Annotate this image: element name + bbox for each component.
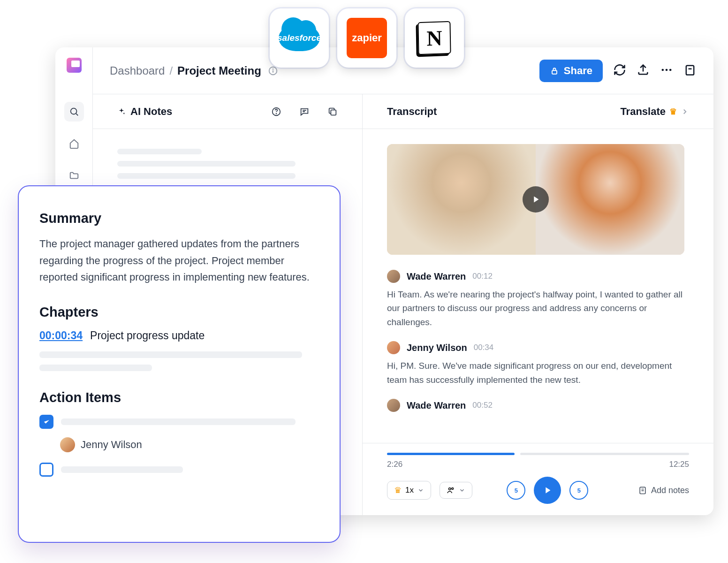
chevron-right-icon <box>681 107 689 116</box>
translate-label: Translate <box>620 106 666 118</box>
refresh-icon[interactable] <box>613 63 626 78</box>
chapter-title: Project progress update <box>90 329 205 342</box>
home-icon[interactable] <box>64 134 84 153</box>
copy-icon[interactable] <box>327 107 338 117</box>
svg-point-6 <box>662 68 664 71</box>
transcript-text: Hi, PM. Sure. We've made significant pro… <box>387 359 689 387</box>
chapter-timestamp[interactable]: 00:00:34 <box>39 329 83 342</box>
ai-notes-header: AI Notes <box>93 94 362 129</box>
ai-notes-label: AI Notes <box>130 106 172 118</box>
crown-icon: ♛ <box>394 485 402 495</box>
action-item <box>39 415 319 429</box>
svg-rect-9 <box>686 65 694 75</box>
speaker-name: Wade Warren <box>407 400 466 411</box>
svg-point-11 <box>276 113 277 114</box>
checkbox-unchecked[interactable] <box>39 463 53 477</box>
progress-bar[interactable] <box>387 453 689 455</box>
svg-point-7 <box>666 68 668 71</box>
svg-point-13 <box>448 488 451 490</box>
share-label: Share <box>564 65 592 77</box>
integration-logos: salesforce zapier N <box>270 8 464 68</box>
avatar <box>387 341 400 354</box>
skeleton-line <box>39 365 152 371</box>
sparkle-icon <box>117 107 126 116</box>
video-thumbnail[interactable] <box>387 144 684 255</box>
breadcrumb-separator: / <box>169 64 173 77</box>
action-items-heading: Action Items <box>39 390 319 405</box>
svg-rect-5 <box>552 70 557 74</box>
breadcrumb: Dashboard / Project Meeting <box>110 64 278 77</box>
transcript-entry: Wade Warren 00:12 Hi Team. As we're near… <box>387 270 689 329</box>
salesforce-text: salesforce <box>277 33 321 43</box>
add-notes-label: Add notes <box>651 486 689 495</box>
speaker-filter-button[interactable] <box>440 482 472 499</box>
timestamp[interactable]: 00:34 <box>474 343 494 352</box>
player-bar: 2:26 12:25 ♛ 1x 5 5 <box>363 443 713 515</box>
timestamp[interactable]: 00:12 <box>472 272 493 281</box>
svg-point-14 <box>452 487 454 489</box>
avatar <box>387 270 400 283</box>
time-total: 12:25 <box>669 460 689 469</box>
ai-notes-title: AI Notes <box>117 106 172 118</box>
transcript-entry: Wade Warren 00:52 <box>387 399 689 412</box>
translate-button[interactable]: Translate ♛ <box>620 106 689 118</box>
search-icon[interactable] <box>64 102 84 122</box>
assignee-name: Jenny Wilson <box>81 439 142 451</box>
bookmark-icon[interactable] <box>683 63 697 78</box>
participant-1 <box>387 144 536 255</box>
help-icon[interactable] <box>271 107 281 117</box>
chapters-heading: Chapters <box>39 304 319 320</box>
notion-logo: N <box>405 8 464 68</box>
video-play-button[interactable] <box>523 186 549 213</box>
summary-heading: Summary <box>39 211 319 226</box>
skeleton-line <box>61 418 296 425</box>
speaker-name: Wade Warren <box>407 271 466 282</box>
action-assignee: Jenny Wilson <box>60 437 319 452</box>
transcript-body: Wade Warren 00:12 Hi Team. As we're near… <box>363 129 713 443</box>
breadcrumb-dashboard[interactable]: Dashboard <box>110 64 165 77</box>
breadcrumb-title: Project Meeting <box>177 64 261 77</box>
avatar <box>387 399 400 412</box>
share-button[interactable]: Share <box>539 60 603 82</box>
crown-icon: ♛ <box>669 107 677 117</box>
speaker-name: Jenny Wilson <box>407 342 467 353</box>
play-button[interactable] <box>534 477 561 504</box>
svg-point-8 <box>669 68 672 71</box>
checkbox-checked[interactable] <box>39 415 53 429</box>
upload-icon[interactable] <box>637 63 650 78</box>
chat-icon[interactable] <box>299 107 310 117</box>
transcript-title: Transcript <box>387 106 437 118</box>
timestamp[interactable]: 00:52 <box>472 401 493 410</box>
skip-forward-button[interactable]: 5 <box>569 481 588 500</box>
skeleton-line <box>61 466 183 473</box>
speed-label: 1x <box>405 486 414 495</box>
player-controls: ♛ 1x 5 5 Add notes <box>387 477 689 504</box>
participant-2 <box>536 144 684 255</box>
summary-body: The project manager gathered updates fro… <box>39 236 319 286</box>
svg-point-0 <box>70 108 76 114</box>
chapter-row[interactable]: 00:00:34 Project progress update <box>39 329 319 342</box>
transcript-header: Transcript Translate ♛ <box>363 94 713 129</box>
svg-rect-12 <box>331 110 336 115</box>
skip-back-button[interactable]: 5 <box>507 481 525 500</box>
time-current: 2:26 <box>387 460 402 469</box>
header-actions: Share <box>539 60 697 82</box>
summary-card: Summary The project manager gathered upd… <box>18 185 341 543</box>
zapier-logo: zapier <box>337 8 396 68</box>
more-icon[interactable] <box>660 63 673 78</box>
speed-button[interactable]: ♛ 1x <box>387 481 431 500</box>
svg-line-1 <box>76 114 78 115</box>
salesforce-logo: salesforce <box>270 8 329 68</box>
folder-icon[interactable] <box>64 166 84 185</box>
transcript-entry: Jenny Wilson 00:34 Hi, PM. Sure. We've m… <box>387 341 689 387</box>
avatar <box>60 437 75 452</box>
transcript-panel: Transcript Translate ♛ Wade Warren <box>363 94 713 515</box>
add-notes-button[interactable]: Add notes <box>638 486 689 495</box>
skeleton-line <box>39 351 302 358</box>
transcript-text: Hi Team. As we're nearing the project's … <box>387 288 689 329</box>
svg-point-4 <box>273 68 273 69</box>
app-logo[interactable] <box>67 58 82 73</box>
action-item <box>39 463 319 477</box>
